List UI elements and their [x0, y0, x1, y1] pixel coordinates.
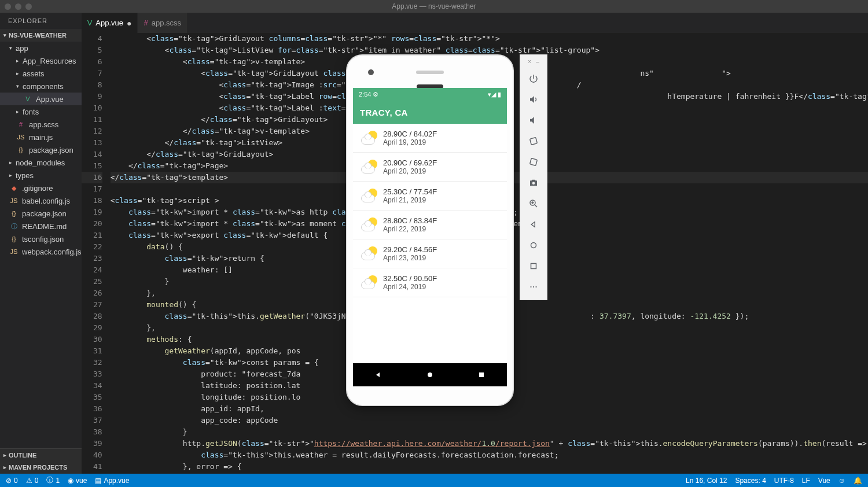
- tree-item-assets[interactable]: ▸assets: [0, 67, 82, 80]
- svg-rect-1: [479, 372, 484, 377]
- tree-item-fonts[interactable]: ▸fonts: [0, 105, 82, 118]
- emu-volume-down-icon[interactable]: [523, 111, 544, 130]
- status-errors[interactable]: ⊘ 0: [6, 477, 18, 485]
- signal-icon: ▾◢ ▮: [488, 91, 501, 98]
- feedback-icon[interactable]: ☺: [838, 477, 845, 485]
- sidebar: EXPLORER ▾ NS-VUE-WEATHER ▾app▸App_Resou…: [0, 13, 82, 474]
- app-bar: TRACY, CA: [353, 101, 507, 124]
- weather-icon: [361, 161, 377, 174]
- file-tree: ▾app▸App_Resources▸assets▾componentsVApp…: [0, 42, 82, 448]
- project-header[interactable]: ▾ NS-VUE-WEATHER: [0, 29, 82, 42]
- bell-icon[interactable]: 🔔: [854, 477, 862, 485]
- weather-row[interactable]: 29.20C / 84.56FApril 23, 2019: [353, 239, 507, 268]
- tree-item-main-js[interactable]: JSmain.js: [0, 131, 82, 143]
- emu-rotate-right-icon[interactable]: [523, 153, 544, 171]
- tree-item-tsconfig-json[interactable]: {}tsconfig.json: [0, 233, 82, 245]
- emu-screenshot-icon[interactable]: [523, 174, 544, 192]
- weather-row[interactable]: 32.50C / 90.50FApril 24, 2019: [353, 268, 507, 297]
- chevron-right-icon: ▸: [3, 452, 6, 458]
- nav-back-icon[interactable]: [374, 370, 383, 379]
- tree-item-package-json[interactable]: {}package.json: [0, 143, 82, 156]
- tree-item-app-vue[interactable]: VApp.vue: [0, 93, 82, 105]
- nav-home-icon[interactable]: [425, 370, 435, 379]
- svg-rect-7: [531, 264, 536, 269]
- svg-rect-3: [530, 158, 538, 166]
- weather-icon: [361, 248, 377, 260]
- svg-point-6: [531, 243, 536, 248]
- status-bar: ⊘ 0 ⚠ 0 ⓘ 1 ◉ vue ▤ App.vue Ln 16, Col 1…: [0, 474, 868, 487]
- emu-home-icon[interactable]: [523, 236, 544, 254]
- status-encoding[interactable]: UTF-8: [774, 477, 794, 485]
- emu-overview-icon[interactable]: [523, 257, 544, 275]
- svg-point-8: [530, 286, 531, 287]
- weather-icon: [361, 190, 377, 202]
- status-spaces[interactable]: Spaces: 4: [735, 477, 766, 485]
- tree-item-types[interactable]: ▸types: [0, 169, 82, 182]
- status-warnings[interactable]: ⚠ 0: [26, 477, 39, 485]
- emu-zoom-icon[interactable]: [523, 194, 544, 213]
- tree-item--gitignore[interactable]: ◆.gitignore: [0, 182, 82, 194]
- emu-more-icon[interactable]: [523, 278, 544, 296]
- emu-close-icon[interactable]: ×: [528, 58, 531, 65]
- emu-power-icon[interactable]: [523, 69, 544, 88]
- weather-icon: [361, 276, 377, 289]
- weather-row[interactable]: 28.80C / 83.84FApril 22, 2019: [353, 211, 507, 239]
- emu-back-icon[interactable]: [523, 215, 544, 234]
- tree-item-webpack-config-js[interactable]: JSwebpack.config.js: [0, 245, 82, 258]
- tab-close-icon[interactable]: ●: [127, 19, 131, 28]
- svg-point-10: [535, 286, 536, 287]
- weather-list[interactable]: 28.90C / 84.02FApril 19, 201920.90C / 69…: [353, 124, 507, 297]
- status-info[interactable]: ⓘ 1: [46, 475, 60, 485]
- tree-item-package-json[interactable]: {}package.json: [0, 207, 82, 220]
- phone-screen: 2:54 ⚙ ▾◢ ▮ TRACY, CA 28.90C / 84.02FApr…: [353, 88, 507, 363]
- emu-volume-up-icon[interactable]: [523, 90, 544, 109]
- status-eol[interactable]: LF: [802, 477, 810, 485]
- explorer-header: EXPLORER: [0, 13, 82, 29]
- tree-item-readme-md[interactable]: ⓘREADME.md: [0, 220, 82, 233]
- tree-item-app-scss[interactable]: #app.scss: [0, 118, 82, 131]
- status-mode[interactable]: Vue: [818, 477, 830, 485]
- tree-item-app[interactable]: ▾app: [0, 42, 82, 54]
- outline-header[interactable]: ▸ OUTLINE: [0, 448, 82, 461]
- emulator-phone: 2:54 ⚙ ▾◢ ▮ TRACY, CA 28.90C / 84.02FApr…: [346, 54, 514, 406]
- tab-app-vue[interactable]: VApp.vue●: [82, 13, 138, 33]
- emu-rotate-left-icon[interactable]: [523, 132, 544, 150]
- maven-header[interactable]: ▸ MAVEN PROJECTS: [0, 461, 82, 474]
- window-title: App.vue — ns-vue-weather: [0, 2, 868, 10]
- tree-item-babel-config-js[interactable]: JSbabel.config.js: [0, 194, 82, 207]
- android-nav-bar: [353, 363, 507, 386]
- titlebar: App.vue — ns-vue-weather: [0, 0, 868, 13]
- project-name: NS-VUE-WEATHER: [9, 32, 67, 39]
- tree-item-node_modules[interactable]: ▸node_modules: [0, 156, 82, 169]
- weather-row[interactable]: 25.30C / 77.54FApril 21, 2019: [353, 182, 507, 211]
- tab-app-scss[interactable]: #app.scss: [138, 13, 187, 33]
- weather-row[interactable]: 20.90C / 69.62FApril 20, 2019: [353, 153, 507, 182]
- tree-item-components[interactable]: ▾components: [0, 80, 82, 93]
- status-cursor[interactable]: Ln 16, Col 12: [686, 477, 727, 485]
- svg-point-9: [533, 286, 534, 287]
- chevron-down-icon: ▾: [3, 32, 6, 38]
- android-status-bar: 2:54 ⚙ ▾◢ ▮: [353, 88, 507, 101]
- status-lang-icon[interactable]: ◉ vue: [68, 477, 87, 485]
- nav-recent-icon[interactable]: [477, 370, 486, 379]
- status-file[interactable]: ▤ App.vue: [95, 477, 129, 485]
- tab-bar: VApp.vue●#app.scss ◫ ⋯: [82, 13, 868, 33]
- emu-minimize-icon[interactable]: –: [536, 58, 539, 65]
- phone-speaker: [416, 71, 444, 74]
- svg-point-0: [428, 372, 432, 377]
- weather-row[interactable]: 28.90C / 84.02FApril 19, 2019: [353, 124, 507, 153]
- weather-icon: [361, 132, 377, 145]
- weather-icon: [361, 219, 377, 231]
- line-gutter: 4567891011121314151617181920212223242526…: [82, 33, 111, 474]
- emulator-toolbar: × –: [520, 54, 547, 300]
- chevron-right-icon: ▸: [3, 464, 6, 470]
- phone-camera: [368, 69, 374, 75]
- svg-rect-2: [530, 138, 538, 145]
- svg-point-4: [532, 182, 535, 185]
- tree-item-app_resources[interactable]: ▸App_Resources: [0, 54, 82, 67]
